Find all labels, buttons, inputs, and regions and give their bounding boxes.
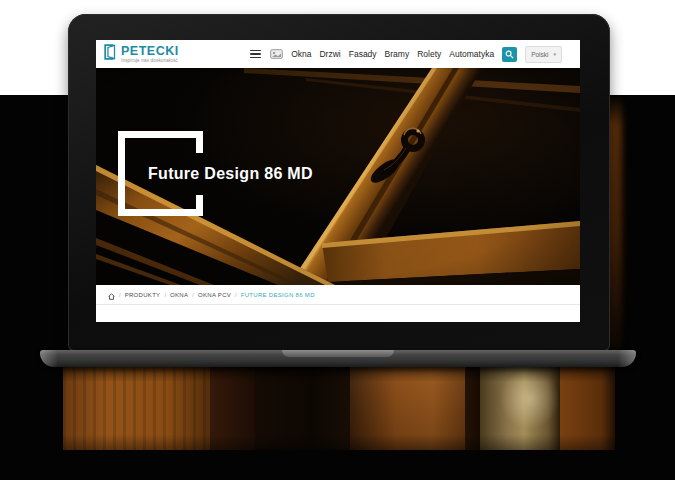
- language-selector[interactable]: Polski ▾: [525, 46, 562, 63]
- video-thumbnail-icon[interactable]: [270, 45, 283, 63]
- breadcrumb-produkty[interactable]: PRODUKTY: [125, 292, 161, 298]
- hero-section: Future Design 86 MD: [96, 68, 580, 285]
- background-wood-texture: [63, 365, 615, 450]
- menu-hamburger-icon[interactable]: [249, 49, 262, 60]
- breadcrumb-separator: /: [164, 292, 166, 298]
- nav-item-fasady[interactable]: Fasady: [349, 49, 377, 59]
- chevron-down-icon: ▾: [553, 52, 556, 57]
- nav-item-bramy[interactable]: Bramy: [385, 49, 410, 59]
- breadcrumb-separator: /: [235, 292, 237, 298]
- breadcrumb-separator: /: [119, 292, 121, 298]
- breadcrumb-okna-pcv[interactable]: OKNA PCV: [198, 292, 231, 298]
- magnifier-icon: [505, 50, 514, 59]
- breadcrumb: / PRODUKTY / OKNA / OKNA PCV / FUTURE DE…: [96, 285, 580, 305]
- home-icon[interactable]: [108, 286, 115, 304]
- breadcrumb-separator: /: [192, 292, 194, 298]
- breadcrumb-current: FUTURE DESIGN 86 MD: [241, 292, 315, 298]
- laptop-base-notch: [282, 350, 394, 357]
- site-header: PETECKI Inspiruje nas doskonałość Okna: [96, 40, 580, 68]
- laptop-screen-bezel: PETECKI Inspiruje nas doskonałość Okna: [68, 14, 610, 351]
- page-content-area: [96, 305, 580, 322]
- brand-name: PETECKI: [121, 45, 179, 58]
- laptop-cast-shadow: [63, 365, 615, 450]
- door-logo-icon: [103, 43, 117, 65]
- browser-viewport: PETECKI Inspiruje nas doskonałość Okna: [96, 40, 580, 322]
- nav-item-drzwi[interactable]: Drzwi: [319, 49, 340, 59]
- nav-item-okna[interactable]: Okna: [291, 49, 311, 59]
- language-selected: Polski: [531, 51, 548, 58]
- nav-item-rolety[interactable]: Rolety: [417, 49, 441, 59]
- brand-tagline: Inspiruje nas doskonałość: [121, 59, 179, 64]
- hero-product-title: Future Design 86 MD: [148, 165, 313, 183]
- breadcrumb-okna[interactable]: OKNA: [170, 292, 188, 298]
- nav-item-automatyka[interactable]: Automatyka: [449, 49, 494, 59]
- main-navigation: Okna Drzwi Fasady Bramy Rolety Automatyk…: [249, 45, 562, 63]
- laptop-base: [40, 350, 636, 367]
- search-button[interactable]: [502, 47, 517, 62]
- page: PETECKI Inspiruje nas doskonałość Okna: [0, 0, 675, 480]
- brand-logo[interactable]: PETECKI Inspiruje nas doskonałość: [103, 43, 179, 65]
